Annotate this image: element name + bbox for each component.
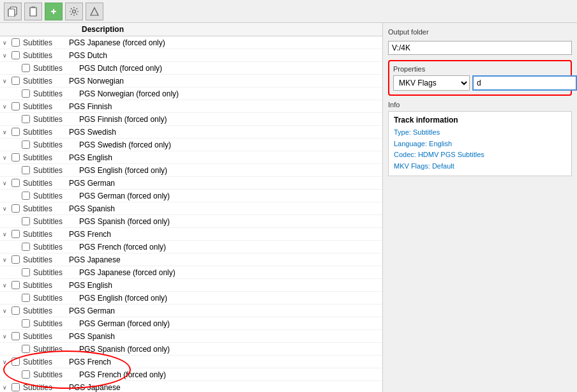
track-row[interactable]: SubtitlesPGS French (forced only) (0, 368, 382, 381)
track-row[interactable]: ∨SubtitlesPGS French (0, 228, 382, 241)
output-folder-input[interactable] (388, 41, 572, 55)
mkv-flags-input[interactable] (472, 75, 577, 91)
expand-icon: ∨ (3, 231, 11, 237)
track-description: PGS Japanese (forced only) (69, 38, 380, 47)
row-checkbox[interactable] (22, 89, 33, 98)
track-type: Subtitles (23, 51, 69, 60)
row-checkbox[interactable] (11, 281, 23, 289)
track-row[interactable]: ∨SubtitlesPGS German (0, 177, 382, 190)
track-row[interactable]: SubtitlesPGS Norwegian (forced only) (0, 87, 382, 100)
track-row[interactable]: ∨SubtitlesPGS English (0, 151, 382, 164)
track-type: Subtitles (23, 281, 69, 290)
row-checkbox[interactable] (11, 332, 23, 340)
row-checkbox[interactable] (22, 319, 33, 328)
type-label: Type: (394, 128, 411, 136)
row-checkbox[interactable] (22, 345, 33, 353)
row-checkbox[interactable] (11, 179, 23, 187)
row-checkbox[interactable] (11, 204, 23, 213)
row-checkbox[interactable] (11, 255, 23, 264)
track-row[interactable]: ∨SubtitlesPGS English (0, 279, 382, 292)
row-checkbox[interactable] (11, 383, 23, 391)
output-folder-label: Output folder (388, 28, 572, 36)
track-row[interactable]: ∨SubtitlesPGS Spanish (0, 202, 382, 215)
copy-button[interactable] (4, 3, 22, 20)
row-checkbox[interactable] (22, 166, 33, 174)
row-checkbox[interactable] (22, 140, 33, 149)
track-description: PGS Japanese (69, 383, 380, 392)
track-row[interactable]: SubtitlesPGS Finnish (forced only) (0, 113, 382, 126)
track-row[interactable]: ∨SubtitlesPGS German (0, 305, 382, 317)
col-expand-header (17, 25, 31, 34)
track-row[interactable]: SubtitlesPGS Spanish (forced only) (0, 215, 382, 228)
row-checkbox[interactable] (11, 102, 23, 110)
col-check-header (3, 25, 17, 34)
paste-button[interactable] (24, 3, 42, 20)
track-list-panel[interactable]: Description ∨SubtitlesPGS Japanese (forc… (0, 23, 383, 392)
track-row[interactable]: ∨SubtitlesPGS Japanese (forced only) (0, 36, 382, 49)
row-checkbox[interactable] (11, 38, 23, 47)
row-checkbox[interactable] (22, 370, 33, 379)
track-description: PGS German (69, 306, 380, 315)
properties-row: MKV Flags Default Forced Commentary (393, 75, 567, 91)
track-row[interactable]: SubtitlesPGS Spanish (forced only) (0, 343, 382, 356)
track-info-codec: Codec: HDMV PGS Subtitles (394, 149, 566, 161)
track-type: Subtitles (23, 153, 69, 162)
track-row[interactable]: ∨SubtitlesPGS Japanese (0, 253, 382, 266)
track-description: PGS German (forced only) (79, 319, 380, 328)
row-checkbox[interactable] (22, 294, 33, 302)
expand-icon: ∨ (3, 52, 11, 59)
row-checkbox[interactable] (22, 115, 33, 123)
track-description: PGS Spanish (forced only) (79, 217, 380, 226)
expand-icon: ∨ (3, 40, 11, 46)
col-type-header (31, 25, 82, 34)
track-description: PGS Dutch (forced only) (79, 64, 380, 73)
track-row[interactable]: SubtitlesPGS Swedish (forced only) (0, 139, 382, 151)
track-row[interactable]: ∨SubtitlesPGS Norwegian (0, 75, 382, 87)
track-description: PGS Spanish (69, 204, 380, 213)
row-checkbox[interactable] (11, 153, 23, 162)
track-row[interactable]: ∨SubtitlesPGS Finnish (0, 100, 382, 113)
expand-icon: ∨ (3, 257, 11, 263)
row-checkbox[interactable] (22, 64, 33, 72)
track-type: Subtitles (33, 166, 79, 175)
track-row[interactable]: ∨SubtitlesPGS Dutch (0, 49, 382, 62)
settings-button[interactable] (65, 3, 83, 20)
track-description: PGS German (forced only) (79, 192, 380, 200)
track-type: Subtitles (23, 179, 69, 188)
track-row[interactable]: SubtitlesPGS German (forced only) (0, 317, 382, 330)
track-row[interactable]: SubtitlesPGS French (forced only) (0, 241, 382, 253)
row-checkbox[interactable] (22, 243, 33, 251)
track-type: Subtitles (33, 64, 79, 73)
row-checkbox[interactable] (22, 217, 33, 225)
track-row[interactable]: SubtitlesPGS English (forced only) (0, 292, 382, 305)
expand-icon: ∨ (3, 103, 11, 110)
row-checkbox[interactable] (11, 230, 23, 238)
track-row[interactable]: ∨SubtitlesPGS Spanish (0, 330, 382, 343)
type-value: Subtitles (413, 128, 440, 136)
track-rows-container: ∨SubtitlesPGS Japanese (forced only)∨Sub… (0, 36, 382, 392)
track-row[interactable]: ∨SubtitlesPGS Swedish (0, 126, 382, 139)
track-row[interactable]: ∨SubtitlesPGS Japanese (0, 381, 382, 392)
track-row[interactable]: SubtitlesPGS German (forced only) (0, 190, 382, 202)
track-info-title: Track information (394, 116, 566, 124)
track-list-header: Description (0, 23, 382, 36)
expand-icon: ∨ (3, 359, 11, 365)
expand-icon: ∨ (3, 308, 11, 314)
mkv-flags-select[interactable]: MKV Flags Default Forced Commentary (393, 75, 470, 91)
track-row[interactable]: SubtitlesPGS Dutch (forced only) (0, 62, 382, 75)
track-row[interactable]: SubtitlesPGS Japanese (forced only) (0, 266, 382, 279)
track-row[interactable]: SubtitlesPGS English (forced only) (0, 164, 382, 177)
language-label: Language: (394, 140, 427, 147)
row-checkbox[interactable] (11, 77, 23, 85)
add-button[interactable] (45, 3, 63, 20)
track-type: Subtitles (23, 38, 69, 47)
row-checkbox[interactable] (11, 128, 23, 136)
row-checkbox[interactable] (11, 306, 23, 315)
row-checkbox[interactable] (11, 51, 23, 59)
row-checkbox[interactable] (22, 268, 33, 276)
track-row[interactable]: ∨SubtitlesPGS French (0, 356, 382, 368)
info-button[interactable] (86, 3, 103, 20)
row-checkbox[interactable] (11, 358, 23, 366)
row-checkbox[interactable] (22, 192, 33, 200)
track-description: PGS French (69, 358, 380, 366)
